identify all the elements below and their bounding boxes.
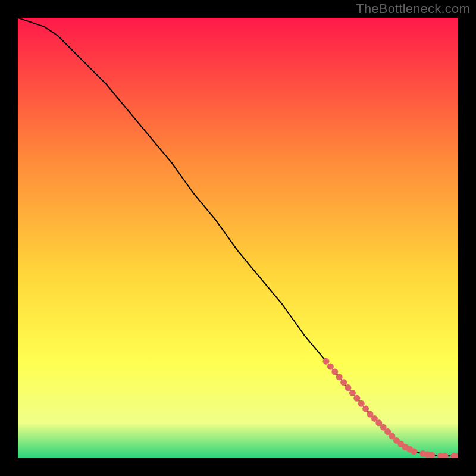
plot-area <box>18 18 458 458</box>
data-marker <box>345 384 352 391</box>
data-marker <box>349 390 356 396</box>
data-marker <box>358 400 365 407</box>
watermark-text: TheBottleneck.com <box>356 1 470 17</box>
data-marker <box>362 406 369 412</box>
data-marker <box>353 395 360 402</box>
data-marker <box>327 364 334 370</box>
chart-frame: TheBottleneck.com <box>0 0 476 476</box>
data-marker <box>428 452 435 458</box>
data-marker <box>411 448 418 455</box>
plot-svg <box>18 18 458 458</box>
data-marker <box>340 379 347 386</box>
data-marker <box>331 368 338 375</box>
data-marker <box>336 374 343 380</box>
gradient-background <box>18 18 458 458</box>
data-marker <box>323 358 330 365</box>
